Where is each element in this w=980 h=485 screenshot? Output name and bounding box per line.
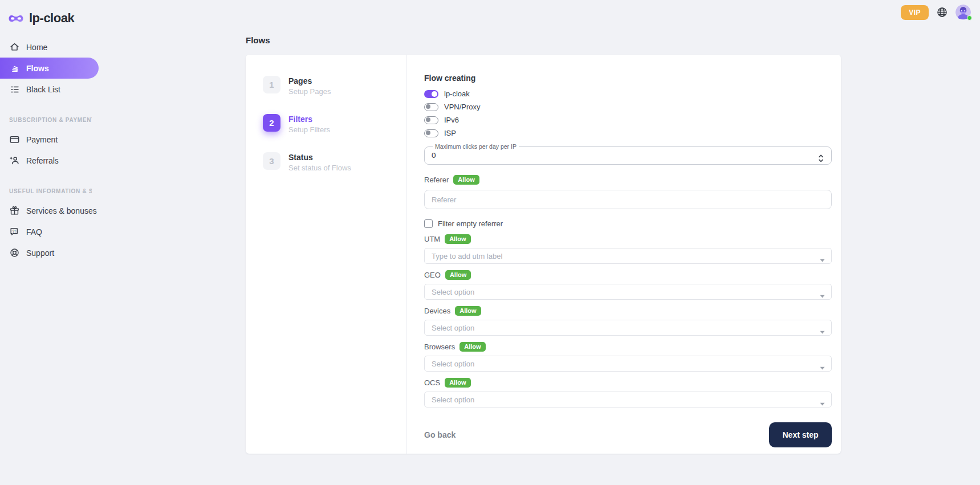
ocs-allow-badge[interactable]: Allow [445, 378, 470, 388]
sidebar-item-label: Home [26, 43, 47, 52]
mask-logo-icon [7, 13, 25, 24]
sidebar-item-faq[interactable]: ?! FAQ [0, 221, 99, 242]
ocs-filter-group: OCS Allow [424, 377, 832, 407]
browsers-label: Browsers [424, 343, 455, 351]
sidebar-item-label: FAQ [26, 227, 42, 237]
geo-allow-badge[interactable]: Allow [445, 270, 471, 280]
step-number: 3 [263, 152, 280, 170]
step-status[interactable]: 3 Status Set status of Flows [263, 152, 406, 172]
sidebar: lp-cloak Home Flows [0, 0, 99, 485]
geo-label: GEO [424, 271, 441, 279]
referer-allow-badge[interactable]: Allow [453, 175, 479, 185]
max-clicks-field: Maximum clicks per day per IP [424, 143, 832, 165]
person-add-icon [9, 155, 20, 166]
step-pages[interactable]: 1 Pages Setup Pages [263, 76, 406, 96]
step-title: Filters [288, 114, 330, 124]
max-clicks-label: Maximum clicks per day per IP [433, 143, 519, 150]
sidebar-item-home[interactable]: Home [0, 36, 99, 58]
browsers-select[interactable] [424, 356, 832, 372]
sidebar-item-label: Flows [26, 64, 49, 73]
devices-select[interactable] [424, 320, 832, 336]
ocs-label: OCS [424, 378, 440, 387]
referer-label-row: Referer Allow [424, 174, 832, 185]
toggle-list: lp-cloak VPN/Proxy IPv6 ISP [424, 89, 832, 137]
sidebar-item-label: Services & bonuses [26, 206, 97, 215]
toggle-ipv6[interactable]: IPv6 [424, 116, 832, 124]
toggle-switch-on[interactable] [424, 90, 438, 98]
checkbox-label: Filter empty referrer [438, 219, 503, 228]
sidebar-item-flows[interactable]: Flows [0, 58, 99, 79]
sidebar-item-label: Black List [26, 85, 60, 94]
sidebar-item-services-bonuses[interactable]: Services & bonuses [0, 200, 99, 221]
filter-empty-referrer-row[interactable]: Filter empty referrer [424, 219, 832, 228]
faq-bubble-icon: ?! [9, 226, 20, 237]
utm-filter-group: UTM Allow [424, 234, 832, 264]
utm-input[interactable] [424, 248, 832, 264]
number-stepper-icon[interactable] [818, 153, 824, 162]
sidebar-item-label: Support [26, 248, 54, 258]
list-icon [9, 84, 20, 95]
gift-icon [9, 205, 20, 216]
step-subtitle: Set status of Flows [288, 164, 351, 172]
toggle-switch-off[interactable] [424, 129, 438, 137]
geo-select[interactable] [424, 284, 832, 300]
sidebar-item-support[interactable]: Support [0, 242, 99, 263]
brand-logo[interactable]: lp-cloak [0, 0, 99, 28]
devices-allow-badge[interactable]: Allow [455, 306, 481, 316]
utm-allow-badge[interactable]: Allow [445, 234, 470, 244]
ocs-select[interactable] [424, 392, 832, 407]
next-step-button[interactable]: Next step [769, 422, 832, 447]
sidebar-item-black-list[interactable]: Black List [0, 79, 99, 100]
referer-input[interactable] [424, 190, 832, 209]
page-title: Flows [246, 35, 270, 45]
sidebar-section-support: USEFUL INFORMATION & SUPPORT [9, 188, 92, 194]
toggle-isp[interactable]: ISP [424, 129, 832, 137]
referer-label: Referer [424, 176, 449, 184]
credit-card-icon [9, 134, 20, 145]
filters-form: Flow creating lp-cloak VPN/Proxy IPv6 [407, 55, 841, 454]
sidebar-nav: Home Flows Black List SUBSC [0, 36, 99, 263]
go-back-button[interactable]: Go back [424, 430, 456, 439]
devices-filter-group: Devices Allow [424, 305, 832, 336]
step-filters[interactable]: 2 Filters Setup Filters [263, 114, 406, 134]
max-clicks-input[interactable] [432, 151, 791, 160]
sidebar-section-subscription: SUBSCRIPTION & PAYMENTS [9, 117, 92, 123]
step-subtitle: Setup Filters [288, 125, 330, 134]
browsers-filter-group: Browsers Allow [424, 341, 832, 372]
sidebar-item-payment[interactable]: Payment [0, 129, 99, 150]
form-title: Flow creating [424, 74, 832, 83]
step-subtitle: Setup Pages [288, 87, 331, 96]
svg-text:?!: ?! [13, 229, 16, 233]
step-title: Status [288, 152, 351, 162]
stepper: 1 Pages Setup Pages 2 Filters Setup Filt… [246, 55, 407, 454]
brand-name: lp-cloak [29, 11, 74, 26]
toggle-lp-cloak[interactable]: lp-cloak [424, 89, 832, 98]
app-root: lp-cloak Home Flows [0, 0, 980, 485]
step-number: 2 [263, 114, 280, 132]
browsers-allow-badge[interactable]: Allow [459, 342, 485, 352]
form-footer: Go back Next step [424, 422, 832, 447]
devices-label: Devices [424, 307, 450, 315]
sidebar-item-label: Referrals [26, 156, 59, 165]
toggle-vpn-proxy[interactable]: VPN/Proxy [424, 103, 832, 111]
step-number: 1 [263, 76, 280, 93]
toggle-switch-off[interactable] [424, 103, 438, 111]
sidebar-item-referrals[interactable]: Referrals [0, 150, 99, 171]
step-title: Pages [288, 76, 331, 85]
flows-stack-icon [9, 63, 20, 74]
empty-referrer-checkbox[interactable] [424, 219, 433, 228]
utm-label: UTM [424, 235, 440, 243]
lifebuoy-icon [9, 247, 20, 258]
flow-card: 1 Pages Setup Pages 2 Filters Setup Filt… [246, 55, 841, 454]
main-content: Flows 1 Pages Setup Pages 2 Filters Setu… [99, 0, 980, 485]
sidebar-item-label: Payment [26, 135, 58, 144]
toggle-switch-off[interactable] [424, 116, 438, 124]
home-icon [9, 42, 20, 52]
geo-filter-group: GEO Allow [424, 270, 832, 300]
